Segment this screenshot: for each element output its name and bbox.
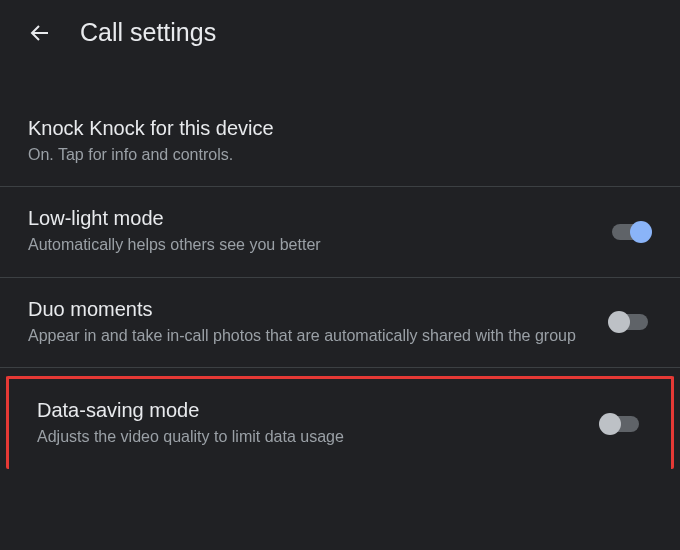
settings-item-text: Low-light mode Automatically helps other… xyxy=(28,207,608,256)
settings-item-subtitle: Adjusts the video quality to limit data … xyxy=(37,426,579,448)
settings-item-data-saving[interactable]: Data-saving mode Adjusts the video quali… xyxy=(6,376,674,468)
settings-item-subtitle: On. Tap for info and controls. xyxy=(28,144,632,166)
settings-item-low-light[interactable]: Low-light mode Automatically helps other… xyxy=(0,187,680,277)
settings-item-title: Low-light mode xyxy=(28,207,588,230)
settings-item-text: Duo moments Appear in and take in-call p… xyxy=(28,298,608,347)
data-saving-toggle[interactable] xyxy=(599,412,643,436)
header: Call settings xyxy=(0,0,680,65)
settings-item-text: Knock Knock for this device On. Tap for … xyxy=(28,117,652,166)
page-title: Call settings xyxy=(80,18,216,47)
back-arrow-icon[interactable] xyxy=(28,21,52,45)
settings-list: Knock Knock for this device On. Tap for … xyxy=(0,65,680,469)
settings-item-text: Data-saving mode Adjusts the video quali… xyxy=(37,399,599,448)
settings-item-title: Knock Knock for this device xyxy=(28,117,632,140)
settings-item-duo-moments[interactable]: Duo moments Appear in and take in-call p… xyxy=(0,278,680,368)
toggle-thumb xyxy=(608,311,630,333)
toggle-thumb xyxy=(630,221,652,243)
toggle-thumb xyxy=(599,413,621,435)
highlighted-wrapper: Data-saving mode Adjusts the video quali… xyxy=(6,376,674,468)
duo-moments-toggle[interactable] xyxy=(608,310,652,334)
low-light-toggle[interactable] xyxy=(608,220,652,244)
settings-item-knock-knock[interactable]: Knock Knock for this device On. Tap for … xyxy=(0,97,680,187)
settings-item-subtitle: Automatically helps others see you bette… xyxy=(28,234,588,256)
settings-item-title: Data-saving mode xyxy=(37,399,579,422)
settings-item-subtitle: Appear in and take in-call photos that a… xyxy=(28,325,588,347)
settings-item-title: Duo moments xyxy=(28,298,588,321)
